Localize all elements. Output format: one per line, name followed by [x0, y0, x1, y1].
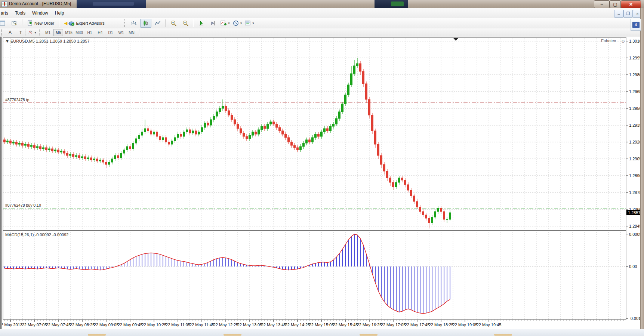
market-watch-button[interactable]	[0, 19, 8, 28]
notification-button[interactable]: 4	[631, 19, 641, 31]
candle-body	[153, 132, 155, 134]
chart-area[interactable]: 1.30101.29951.29801.29651.29501.29351.29…	[0, 37, 644, 329]
price-axis-label: 1.2935	[629, 123, 642, 127]
price-axis-label: 1.2845	[629, 224, 642, 228]
candle-body	[114, 155, 116, 159]
label-tool-button[interactable]: T	[16, 29, 25, 36]
menu-item-tools[interactable]: Tools	[12, 9, 29, 17]
candle-body	[189, 130, 191, 133]
price-axis-label: 1.2965	[629, 89, 642, 94]
data-window-button[interactable]	[9, 19, 20, 28]
time-axis-label: 22 May 16:25	[357, 323, 382, 327]
child-minimize-button[interactable]: –	[614, 10, 623, 18]
candle-body	[43, 148, 44, 149]
toolbar-separator	[193, 19, 194, 27]
bar-chart-button[interactable]	[128, 19, 139, 28]
candle-body	[267, 124, 269, 129]
candle-body	[288, 138, 290, 142]
zoom-in-button[interactable]	[168, 19, 179, 28]
price-axis-label: 1.2875	[629, 190, 642, 195]
candle-body	[255, 132, 257, 134]
market-watch-icon	[0, 20, 6, 26]
minimize-button[interactable]: –	[594, 0, 610, 8]
maximize-button[interactable]: ▢	[610, 0, 621, 8]
taskbar-fragment	[360, 334, 378, 336]
periods-button[interactable]: ▾	[232, 19, 243, 28]
data-window-icon	[12, 20, 18, 26]
zoom-out-button[interactable]	[180, 19, 191, 28]
candle-body	[231, 115, 233, 120]
chart-shift-button[interactable]	[207, 19, 219, 28]
candle-body	[252, 132, 254, 135]
text-tool-button[interactable]: A	[5, 29, 15, 36]
toolbar-grip[interactable]	[124, 19, 127, 27]
zoom-in-icon	[170, 20, 177, 27]
broker-watermark: Fobotex	[601, 38, 616, 43]
candle-body	[111, 159, 113, 162]
candle-body	[345, 95, 346, 104]
timeframe-m30-button[interactable]: M30	[74, 29, 84, 36]
time-axis-label: 22 May 18:25	[429, 323, 454, 327]
line-chart-button[interactable]	[152, 19, 163, 28]
timeframe-m5-button[interactable]: M5	[53, 29, 63, 36]
new-order-button[interactable]: New Order	[25, 19, 57, 28]
timeframe-w1-button[interactable]: W1	[116, 29, 126, 36]
timeframe-m1-button[interactable]: M1	[43, 29, 53, 36]
indicators-button[interactable]: ▾	[219, 19, 231, 28]
candle-body	[318, 134, 320, 136]
chart-legend: ▼ EURUSD,M5 1.2851 1.2859 1.2850 1.2857	[5, 39, 90, 43]
menu-item-help[interactable]: Help	[52, 9, 68, 17]
close-button[interactable]: ✕	[621, 0, 641, 8]
candle-body	[132, 143, 134, 149]
timeframe-mn-button[interactable]: MN	[127, 29, 136, 36]
expert-advisors-label: Expert Advisors	[76, 21, 104, 25]
current-price-value: 1.2857	[628, 210, 641, 215]
candle-body	[204, 123, 206, 127]
taskbar-fragment	[224, 334, 241, 336]
indicators-icon	[221, 20, 227, 26]
candle-body	[389, 178, 391, 182]
candle-body	[64, 151, 65, 153]
candle-body	[446, 219, 448, 220]
candle-body	[192, 131, 194, 133]
auto-scroll-button[interactable]	[195, 19, 207, 28]
candle-body	[369, 99, 370, 115]
candle-body	[96, 159, 98, 161]
toolbar-grip[interactable]	[1, 29, 4, 36]
expert-advisors-button[interactable]: ◀ Expert Advisors	[61, 19, 123, 28]
candlestick-chart-button[interactable]	[140, 19, 151, 28]
candle-body	[198, 132, 200, 134]
candle-body	[309, 140, 311, 142]
candle-body	[117, 155, 119, 158]
menu-item-charts[interactable]: arts	[0, 9, 12, 17]
window-titlebar[interactable]: Demo Account - [EURUSD,M5] – ▢ ✕	[0, 0, 644, 9]
timeframe-h4-button[interactable]: H4	[95, 29, 105, 36]
candle-body	[306, 140, 308, 143]
time-axis-label: 22 May 15:05	[309, 323, 334, 327]
candle-body	[303, 143, 305, 147]
toolbar-grip[interactable]	[39, 29, 41, 36]
notification-badge: 4	[632, 22, 640, 28]
child-restore-button[interactable]: ❐	[623, 10, 633, 18]
standard-toolbar: New Order ◀ Expert Advisors	[0, 18, 644, 29]
templates-button[interactable]: ▾	[244, 19, 255, 28]
time-axis-label: 22 May 15:45	[333, 323, 358, 327]
time-axis-label: 22 May 08:25	[70, 323, 95, 327]
candle-body	[357, 64, 358, 66]
timeframe-h1-button[interactable]: H1	[85, 29, 95, 36]
candle-body	[201, 127, 203, 132]
candle-body	[19, 143, 21, 144]
timeframe-d1-button[interactable]: D1	[106, 29, 115, 36]
toolbar-separator	[165, 19, 166, 27]
window-left-border	[0, 37, 2, 329]
candle-body	[270, 122, 272, 124]
candle-body	[258, 130, 260, 134]
chart-frame	[3, 37, 626, 320]
candle-body	[55, 150, 56, 151]
arrows-tool-button[interactable]: ▾	[26, 29, 37, 36]
price-axis-label: 1.2995	[629, 56, 642, 60]
chart-shift-marker-icon[interactable]	[453, 38, 458, 41]
dropdown-caret-icon: ▾	[34, 31, 36, 34]
menu-item-window[interactable]: Window	[29, 9, 52, 17]
timeframe-m15-button[interactable]: M15	[64, 29, 74, 36]
